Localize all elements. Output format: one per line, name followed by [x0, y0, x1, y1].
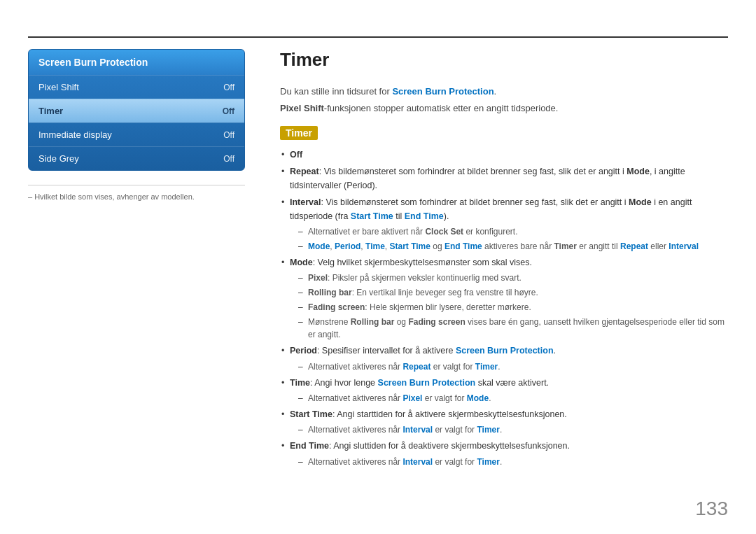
sub-period-note: Alternativet aktiveres når Repeat er val… — [297, 360, 728, 373]
interval-blue-start: Interval — [402, 425, 433, 435]
interval-text: : Vis bildemønsteret som forhindrer at b… — [321, 197, 629, 207]
period-sub-list: Alternativet aktiveres når Repeat er val… — [290, 360, 728, 373]
end-time-sub-list: Alternativet aktiveres når Interval er v… — [290, 456, 728, 468]
bullet-repeat: Repeat: Vis bildemønsteret som forhindre… — [280, 165, 728, 192]
time-sub-list: Alternativet aktiveres når Pixel er valg… — [290, 392, 728, 405]
repeat-blue: Repeat — [620, 241, 648, 251]
bullet-mode: Mode: Velg hvilket skjermbeskyttelsesmøn… — [280, 256, 728, 341]
bullet-time: Time: Angi hvor lenge Screen Burn Protec… — [280, 377, 728, 405]
time-text-2: skal være aktivert. — [475, 378, 549, 388]
fading-screen-bold-2: Fading screen — [408, 317, 465, 327]
right-content: Timer Du kan stille inn tidsuret for Scr… — [280, 49, 728, 506]
pixel-blue-time: Pixel — [402, 393, 422, 403]
sub-rolling-bar: Rolling bar: En vertikal linje beveger s… — [297, 286, 728, 299]
interval-blue: Interval — [668, 241, 699, 251]
fading-screen-bold: Fading screen — [308, 302, 365, 312]
intro-line-2: Pixel Shift-funksjonen stopper automatis… — [280, 101, 728, 115]
immediate-display-value: Off — [223, 130, 234, 140]
rolling-bar-text: : En vertikal linje beveger seg fra vens… — [352, 288, 538, 297]
time-text: : Angi hvor lenge — [310, 378, 378, 388]
end-time-note-text: Alternativet aktiveres når — [308, 457, 402, 467]
page-number: 133 — [695, 498, 728, 520]
interval-bold: Interval — [290, 197, 321, 207]
period-blue: Period — [335, 241, 360, 251]
intro-text-1-end: . — [494, 86, 497, 97]
pixel-shift-value: Off — [223, 83, 234, 92]
timer-label: Timer — [38, 106, 63, 116]
sub-mode-text-5: aktiveres bare når — [482, 241, 554, 251]
top-divider — [28, 36, 728, 38]
end-time-blue: End Time — [444, 241, 482, 251]
pattern-note-text-2: og — [394, 317, 408, 327]
off-text: Off — [290, 150, 302, 160]
sub-mode-text-3: , — [385, 241, 390, 251]
timer-bold-2: Timer — [554, 241, 577, 251]
timer-blue-start: Timer — [477, 425, 499, 435]
end-time-link: End Time — [405, 211, 444, 221]
pixel-text: : Piksler på skjermen veksler kontinuerl… — [328, 273, 522, 283]
time-note-text-2: er valgt for — [422, 393, 466, 403]
intro-text-2-end: -funksjonen stopper automatisk etter en … — [324, 103, 559, 113]
sub-mode-period: Mode, Period, Time, Start Time og End Ti… — [297, 240, 728, 253]
end-time-note-text-2: er valgt for — [433, 457, 477, 467]
sub-mode-text-6: er angitt til — [577, 241, 620, 251]
start-time-blue: Start Time — [390, 241, 430, 251]
sub-end-time-note: Alternativet aktiveres når Interval er v… — [297, 456, 728, 468]
timer-blue-end: Timer — [477, 457, 499, 467]
pattern-note-text-1: Mønstrene — [308, 317, 351, 327]
menu-item-immediate-display[interactable]: Immediate display Off — [29, 122, 244, 146]
menu-item-timer[interactable]: Timer Off — [29, 99, 244, 122]
sub-mode-text: , — [330, 241, 335, 251]
period-note-text-2: er valgt for — [430, 362, 475, 372]
note-text: – Hvilket bilde som vises, avhenger av m… — [28, 192, 245, 201]
pixel-bold: Pixel — [308, 273, 328, 283]
sub-time-note: Alternativet aktiveres når Pixel er valg… — [297, 392, 728, 405]
rolling-bar-bold-2: Rolling bar — [351, 317, 395, 327]
period-text: : Spesifiser intervallet for å aktivere — [317, 346, 456, 356]
bullet-end-time: End Time: Angi sluttiden for å deaktiver… — [280, 440, 728, 468]
section-heading-timer: Timer — [280, 126, 318, 140]
repeat-bold: Repeat — [290, 167, 319, 176]
bullet-period: Period: Spesifiser intervallet for å akt… — [280, 344, 728, 372]
sub-mode-text-7: eller — [648, 241, 668, 251]
end-time-note-text-3: . — [500, 457, 502, 467]
mode-blue-time: Mode — [467, 393, 489, 403]
end-time-text: : Angi sluttiden for å deaktivere skjerm… — [329, 441, 570, 451]
menu-item-pixel-shift[interactable]: Pixel Shift Off — [29, 75, 244, 99]
sub-clock-set-text-2: er konfigurert. — [463, 227, 517, 237]
rolling-bar-bold: Rolling bar — [308, 288, 352, 297]
mode-sub-list: Pixel: Piksler på skjermen veksler konti… — [290, 272, 728, 341]
end-time-bold: End Time — [290, 441, 329, 451]
interval-sub-list: Alternativet er bare aktivert når Clock … — [290, 225, 728, 253]
page-title: Timer — [280, 49, 728, 75]
period-bold: Period — [290, 346, 317, 356]
screen-burn-blue-time: Screen Burn Protection — [378, 378, 476, 388]
clock-set-bold: Clock Set — [425, 227, 463, 237]
left-panel: Screen Burn Protection Pixel Shift Off T… — [28, 49, 245, 201]
interval-text-4: ). — [444, 211, 449, 221]
repeat-text: : Vis bildemønsteret som forhindrer at b… — [319, 167, 627, 176]
sub-clock-set-text: Alternativet er bare aktivert når — [308, 227, 425, 237]
fading-screen-text: : Hele skjermen blir lysere, deretter mø… — [365, 302, 531, 312]
time-bold: Time — [290, 378, 310, 388]
intro-link-screen-burn: Screen Burn Protection — [392, 86, 493, 97]
mode-blue: Mode — [308, 241, 330, 251]
interval-text-3: til — [393, 211, 405, 221]
repeat-blue-2: Repeat — [402, 362, 430, 372]
menu-item-side-grey[interactable]: Side Grey Off — [29, 146, 244, 170]
start-time-bold: Start Time — [290, 409, 332, 419]
bullet-off: Off — [280, 148, 728, 162]
timer-value: Off — [223, 106, 234, 116]
period-note-text-3: . — [498, 362, 500, 372]
pixel-shift-bold: Pixel Shift — [280, 103, 324, 113]
main-bullet-list: Off Repeat: Vis bildemønsteret som forhi… — [280, 148, 728, 468]
start-time-sub-list: Alternativet aktiveres når Interval er v… — [290, 423, 728, 436]
start-time-link: Start Time — [351, 211, 393, 221]
side-grey-value: Off — [223, 154, 234, 164]
interval-blue-end: Interval — [402, 457, 433, 467]
sub-clock-set: Alternativet er bare aktivert når Clock … — [297, 225, 728, 238]
start-time-note-text: Alternativet aktiveres når — [308, 425, 402, 435]
mode-bold-2: Mode — [629, 197, 652, 207]
pixel-shift-label: Pixel Shift — [38, 82, 79, 92]
screen-burn-protection-menu: Screen Burn Protection Pixel Shift Off T… — [28, 49, 245, 171]
